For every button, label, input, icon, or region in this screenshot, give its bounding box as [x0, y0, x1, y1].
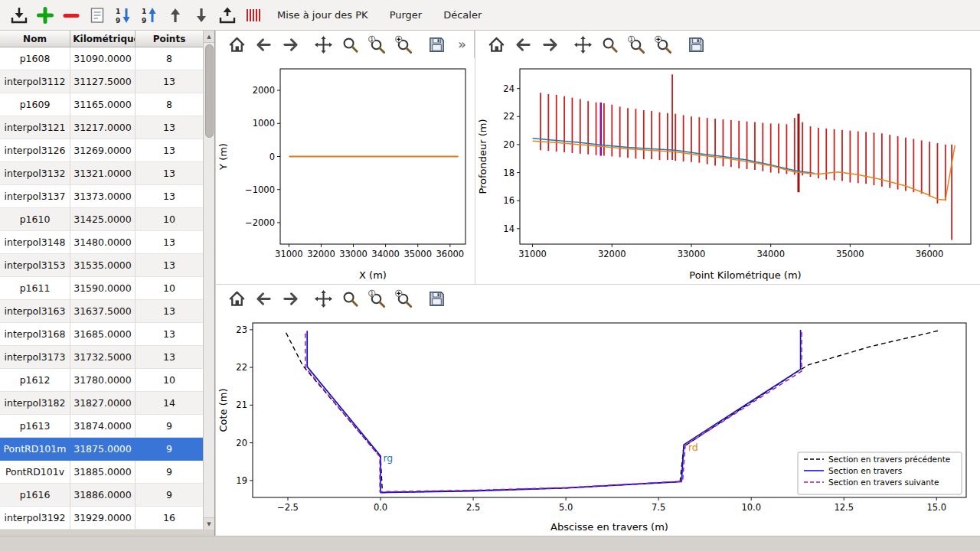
table-row[interactable]: p161231780.000010	[0, 369, 214, 392]
save-icon[interactable]	[426, 289, 447, 309]
toolbar-overflow-chevron[interactable]: »	[458, 37, 466, 51]
table-row[interactable]: interpol317331732.500013	[0, 346, 214, 369]
column-header-col-point-kilometrique[interactable]: t Kilométrique	[70, 31, 136, 47]
table-scrollbar[interactable]: ▲ ▼	[203, 31, 214, 530]
cross-section-plot[interactable]: −2.50.02.55.07.510.012.515.01920212223Ab…	[216, 312, 980, 536]
sort-descending-icon[interactable]: 19	[113, 5, 133, 25]
home-icon[interactable]	[486, 34, 507, 55]
cell-col-nom: interpol3121	[0, 116, 70, 139]
zoom-icon[interactable]	[340, 289, 361, 309]
longitudinal-profile-panel: 1 31000320003300034000350003600014161820…	[475, 31, 980, 284]
forward-icon[interactable]	[280, 34, 301, 55]
cell-col-point-kilometrique: 31875.0000	[70, 438, 136, 461]
table-row[interactable]: interpol311231127.500013	[0, 70, 214, 93]
table-row[interactable]: p161131590.000010	[0, 277, 214, 300]
cell-col-nom: interpol3163	[0, 300, 70, 323]
longitudinal-profile-plot[interactable]: 3100032000330003400035000360001416182022…	[475, 58, 980, 284]
table-row[interactable]: p161331874.00009	[0, 415, 214, 438]
cell-col-point-kilometrique: 31886.0000	[70, 484, 136, 507]
table-row[interactable]: interpol312131217.000013	[0, 116, 214, 139]
add-icon[interactable]	[35, 5, 55, 25]
table-row[interactable]: interpol312631269.000013	[0, 139, 214, 162]
table-row[interactable]: p160931165.00008	[0, 93, 214, 116]
scroll-up-button[interactable]: ▲	[204, 31, 214, 43]
plan-view-plot[interactable]: 310003200033000340003500036000−2000−1000…	[216, 58, 475, 284]
zoom-one-icon[interactable]: 1	[626, 34, 647, 55]
back-icon[interactable]	[253, 289, 274, 309]
cell-col-nom: interpol3126	[0, 139, 70, 162]
cell-col-nom: p1613	[0, 415, 70, 438]
plan-plot-toolbar: 1»	[216, 31, 474, 58]
table-row[interactable]: interpol319231929.000016	[0, 507, 214, 530]
back-icon[interactable]	[253, 34, 274, 55]
zoom-plus-icon[interactable]	[394, 289, 414, 309]
table-body: p160831090.00008interpol311231127.500013…	[0, 47, 214, 530]
cross-sections-icon[interactable]	[243, 5, 263, 25]
table-row[interactable]: p160831090.00008	[0, 47, 214, 70]
table-row[interactable]: interpol315331535.000013	[0, 254, 214, 277]
cell-col-nom: p1612	[0, 369, 70, 392]
forward-icon[interactable]	[280, 289, 301, 309]
table-row[interactable]: PontRD101m31875.00009	[0, 438, 214, 461]
forward-icon[interactable]	[540, 34, 560, 55]
cell-col-nom: interpol3192	[0, 507, 70, 530]
table-row[interactable]: interpol313231321.000013	[0, 162, 214, 185]
table-row[interactable]: p161031425.000010	[0, 208, 214, 231]
table-row[interactable]: p161631886.00009	[0, 484, 214, 507]
svg-text:12.5: 12.5	[834, 502, 854, 513]
svg-text:20: 20	[236, 438, 247, 448]
table-row[interactable]: PontRD101v31885.00009	[0, 461, 214, 484]
cell-col-point-kilometrique: 31425.0000	[70, 208, 136, 231]
cell-col-nom: interpol3132	[0, 162, 70, 185]
svg-text:−2000: −2000	[245, 217, 275, 228]
remove-icon[interactable]	[61, 5, 81, 25]
cell-col-point-kilometrique: 31165.0000	[70, 93, 136, 116]
import-icon[interactable]	[9, 5, 29, 25]
zoom-one-icon[interactable]: 1	[367, 289, 387, 309]
column-header-col-nom[interactable]: Nom	[0, 31, 70, 47]
sort-ascending-icon[interactable]: 19	[139, 5, 159, 25]
save-icon[interactable]	[686, 34, 707, 55]
svg-text:36000: 36000	[916, 249, 944, 259]
zoom-icon[interactable]	[340, 34, 361, 55]
table-row[interactable]: interpol313731373.000013	[0, 185, 214, 208]
cell-col-point-kilometrique: 31480.0000	[70, 231, 136, 254]
scrollbar-thumb[interactable]	[205, 44, 214, 138]
cell-col-points: 9	[136, 461, 204, 484]
move-up-icon[interactable]	[165, 5, 185, 25]
menu-decaler[interactable]: Décaler	[436, 6, 489, 24]
cell-col-points: 13	[136, 70, 204, 93]
cell-col-point-kilometrique: 31590.0000	[70, 277, 136, 300]
home-icon[interactable]	[227, 289, 247, 309]
svg-text:10.0: 10.0	[741, 502, 761, 513]
main-toolbar: 1919Mise à jour des PKPurgerDécaler	[0, 0, 980, 31]
zoom-plus-icon[interactable]	[394, 34, 414, 55]
svg-text:32000: 32000	[307, 249, 335, 259]
scroll-down-button[interactable]: ▼	[204, 517, 214, 530]
save-icon[interactable]	[426, 34, 447, 55]
zoom-icon[interactable]	[599, 34, 620, 55]
zoom-one-icon[interactable]: 1	[367, 34, 387, 55]
move-down-icon[interactable]	[191, 5, 211, 25]
menu-mise-a-jour-des-pk[interactable]: Mise à jour des PK	[270, 6, 376, 24]
table-row[interactable]: interpol318231827.000014	[0, 392, 214, 415]
pan-icon[interactable]	[573, 34, 593, 55]
home-icon[interactable]	[227, 34, 247, 55]
pan-icon[interactable]	[313, 289, 334, 309]
column-header-col-points[interactable]: Points	[136, 31, 204, 47]
pan-icon[interactable]	[313, 34, 334, 55]
svg-text:9: 9	[116, 17, 120, 24]
zoom-plus-icon[interactable]	[653, 34, 674, 55]
svg-text:18: 18	[503, 168, 514, 178]
table-row[interactable]: interpol316331637.500013	[0, 300, 214, 323]
export-icon[interactable]	[217, 5, 237, 25]
back-icon[interactable]	[513, 34, 534, 55]
application-window: 1919Mise à jour des PKPurgerDécaler Nomt…	[0, 0, 980, 551]
cell-col-point-kilometrique: 31827.0000	[70, 392, 136, 415]
table-row[interactable]: interpol314831480.000013	[0, 231, 214, 254]
menu-purger[interactable]: Purger	[382, 6, 430, 24]
cell-col-nom: p1616	[0, 484, 70, 507]
table-row[interactable]: interpol316831685.000013	[0, 323, 214, 346]
cell-col-nom: interpol3137	[0, 185, 70, 208]
edit-form-icon[interactable]	[87, 5, 107, 25]
